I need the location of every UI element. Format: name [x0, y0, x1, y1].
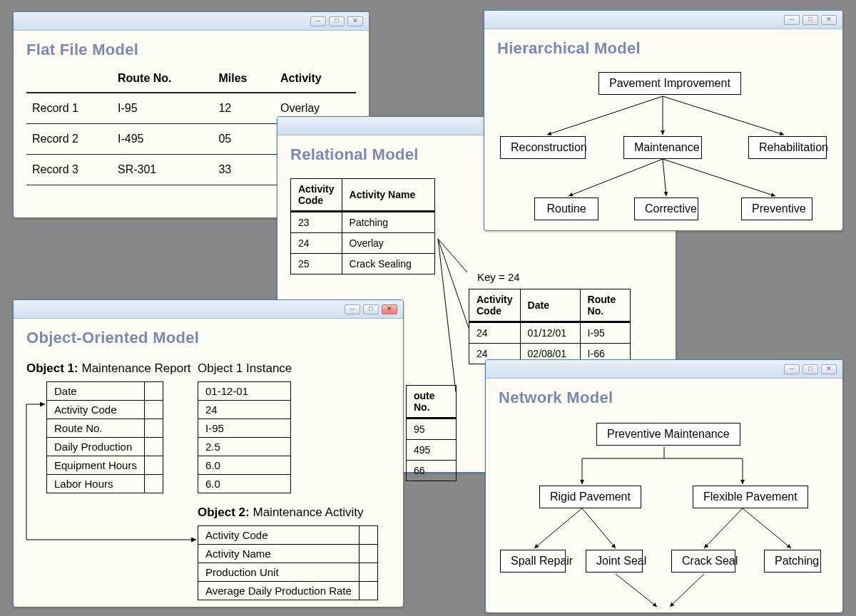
window-object-oriented: ─ □ ✕ Object-Oriented Model Object 1: Ma…: [13, 299, 404, 607]
node-level2: Reconstruction: [500, 136, 586, 159]
maximize-button[interactable]: □: [802, 364, 818, 374]
col-header: [26, 68, 112, 93]
object1-heading: Object 1: Maintenance Report: [26, 361, 191, 376]
col-header: Activity Name: [342, 179, 434, 212]
svg-line-18: [670, 574, 704, 607]
window-hierarchical: ─ □ ✕ Hierarchical Model Pavement Improv…: [484, 10, 843, 231]
window-network: ─ □ ✕ Network Model Preventive Maintenan…: [485, 359, 843, 613]
log-table: Activity Code Date Route No. 2401/12/01I…: [469, 289, 631, 364]
node-level2: Rehabilitation: [748, 136, 827, 159]
svg-line-5: [663, 96, 784, 135]
close-button[interactable]: ✕: [382, 304, 397, 314]
key-label: Key = 24: [477, 271, 520, 283]
col-header: Date: [520, 289, 580, 322]
svg-line-1: [438, 239, 469, 328]
node-level3: Corrective: [634, 197, 698, 220]
window-title: Object-Oriented Model: [26, 329, 390, 347]
col-header: Activity: [275, 68, 356, 93]
object2-heading: Object 2: Maintenance Activity: [198, 505, 378, 520]
maximize-button[interactable]: □: [329, 16, 345, 26]
table-row: 25Crack Sealing: [291, 254, 435, 274]
object1-fields-table: Date Activity Code Route No. Daily Produ…: [46, 381, 163, 493]
table-row: 23Patching: [291, 212, 435, 233]
svg-line-17: [616, 574, 657, 607]
titlebar: ─ □ ✕: [14, 300, 403, 319]
node-level2: Rigid Pavement: [539, 486, 641, 508]
table-row: 2401/12/01I-95: [469, 322, 631, 344]
svg-line-16: [743, 508, 791, 548]
table-row: 495: [407, 440, 457, 461]
object1-instance-heading: Object 1 Instance: [198, 361, 292, 376]
node-level3: Preventive: [741, 197, 812, 220]
route-table: oute No. 95 495 66: [406, 385, 457, 481]
titlebar: ─ □ ✕: [486, 360, 842, 379]
svg-line-13: [534, 508, 582, 548]
close-button[interactable]: ✕: [821, 364, 837, 374]
close-button[interactable]: ✕: [347, 16, 363, 26]
col-header: Route No.: [112, 68, 213, 93]
node-level3: Spall Repair: [500, 550, 566, 573]
activity-table: Activity Code Activity Name 23Patching 2…: [290, 178, 435, 274]
svg-line-8: [663, 159, 775, 196]
titlebar: ─ □ ✕: [484, 11, 842, 29]
col-header: Route No.: [580, 289, 630, 322]
svg-line-2: [438, 239, 456, 392]
svg-line-3: [547, 96, 663, 135]
window-title: Hierarchical Model: [497, 39, 830, 58]
node-level2: Maintenance: [623, 136, 702, 159]
object1-instance-table: 01-12-01 24 I-95 2.5 6.0 6.0: [198, 381, 291, 493]
window-title: Flat File Model: [26, 41, 356, 59]
svg-line-0: [438, 239, 467, 272]
svg-line-6: [569, 159, 663, 196]
col-header: Activity Code: [469, 289, 521, 322]
minimize-button[interactable]: ─: [784, 15, 800, 25]
col-header: oute No.: [407, 386, 457, 419]
node-root: Pavement Improvement: [598, 72, 741, 95]
svg-line-7: [663, 159, 666, 196]
minimize-button[interactable]: ─: [310, 16, 326, 26]
node-level3: Patching: [764, 550, 821, 573]
minimize-button[interactable]: ─: [345, 304, 360, 314]
window-title: Network Model: [499, 389, 830, 407]
node-level2: Flexible Pavement: [693, 486, 808, 508]
table-row: 24Overlay: [291, 233, 435, 254]
col-header: Activity Code: [291, 179, 342, 212]
maximize-button[interactable]: □: [802, 15, 818, 25]
minimize-button[interactable]: ─: [784, 364, 800, 374]
node-level3: Crack Seal: [671, 550, 735, 573]
node-root: Preventive Maintenance: [596, 423, 740, 446]
table-row: 66: [407, 461, 457, 481]
node-level3: Routine: [534, 197, 598, 220]
node-level3: Joint Seal: [586, 550, 643, 573]
table-row: 95: [407, 419, 457, 440]
maximize-button[interactable]: □: [363, 304, 379, 314]
svg-line-15: [704, 508, 743, 548]
titlebar: ─ □ ✕: [14, 12, 369, 31]
close-button[interactable]: ✕: [821, 15, 837, 25]
col-header: Miles: [213, 68, 275, 93]
svg-line-14: [582, 508, 616, 548]
object2-fields-table: Activity Code Activity Name Production U…: [198, 525, 378, 600]
